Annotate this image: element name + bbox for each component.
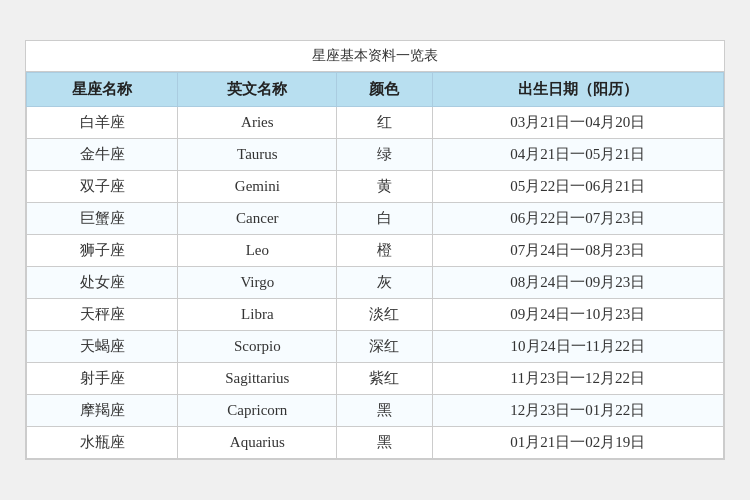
cell-chinese: 金牛座 <box>27 139 178 171</box>
main-container: 星座基本资料一览表 星座名称 英文名称 颜色 出生日期（阳历） 白羊座Aries… <box>25 40 725 460</box>
cell-english: Capricorn <box>178 395 337 427</box>
cell-date: 11月23日一12月22日 <box>432 363 723 395</box>
table-row: 处女座Virgo灰08月24日一09月23日 <box>27 267 724 299</box>
cell-date: 04月21日一05月21日 <box>432 139 723 171</box>
cell-english: Sagittarius <box>178 363 337 395</box>
cell-chinese: 处女座 <box>27 267 178 299</box>
cell-english: Aries <box>178 107 337 139</box>
cell-english: Taurus <box>178 139 337 171</box>
cell-color: 黄 <box>337 171 432 203</box>
cell-chinese: 射手座 <box>27 363 178 395</box>
table-row: 狮子座Leo橙07月24日一08月23日 <box>27 235 724 267</box>
cell-color: 红 <box>337 107 432 139</box>
cell-english: Virgo <box>178 267 337 299</box>
table-row: 巨蟹座Cancer白06月22日一07月23日 <box>27 203 724 235</box>
cell-date: 05月22日一06月21日 <box>432 171 723 203</box>
header-color: 颜色 <box>337 73 432 107</box>
table-row: 水瓶座Aquarius黑01月21日一02月19日 <box>27 427 724 459</box>
cell-date: 01月21日一02月19日 <box>432 427 723 459</box>
cell-chinese: 巨蟹座 <box>27 203 178 235</box>
table-row: 天秤座Libra淡红09月24日一10月23日 <box>27 299 724 331</box>
table-row: 白羊座Aries红03月21日一04月20日 <box>27 107 724 139</box>
cell-date: 03月21日一04月20日 <box>432 107 723 139</box>
cell-color: 橙 <box>337 235 432 267</box>
header-date: 出生日期（阳历） <box>432 73 723 107</box>
cell-english: Scorpio <box>178 331 337 363</box>
cell-english: Cancer <box>178 203 337 235</box>
cell-color: 灰 <box>337 267 432 299</box>
page-title: 星座基本资料一览表 <box>26 41 724 72</box>
table-header-row: 星座名称 英文名称 颜色 出生日期（阳历） <box>27 73 724 107</box>
cell-date: 09月24日一10月23日 <box>432 299 723 331</box>
cell-color: 白 <box>337 203 432 235</box>
cell-date: 07月24日一08月23日 <box>432 235 723 267</box>
cell-color: 深红 <box>337 331 432 363</box>
cell-color: 绿 <box>337 139 432 171</box>
cell-chinese: 狮子座 <box>27 235 178 267</box>
cell-chinese: 白羊座 <box>27 107 178 139</box>
cell-english: Aquarius <box>178 427 337 459</box>
cell-chinese: 双子座 <box>27 171 178 203</box>
table-row: 天蝎座Scorpio深红10月24日一11月22日 <box>27 331 724 363</box>
header-chinese-name: 星座名称 <box>27 73 178 107</box>
cell-chinese: 摩羯座 <box>27 395 178 427</box>
table-row: 双子座Gemini黄05月22日一06月21日 <box>27 171 724 203</box>
cell-english: Gemini <box>178 171 337 203</box>
cell-english: Libra <box>178 299 337 331</box>
cell-date: 12月23日一01月22日 <box>432 395 723 427</box>
cell-chinese: 天秤座 <box>27 299 178 331</box>
cell-color: 淡红 <box>337 299 432 331</box>
cell-color: 黑 <box>337 395 432 427</box>
table-row: 摩羯座Capricorn黑12月23日一01月22日 <box>27 395 724 427</box>
cell-chinese: 水瓶座 <box>27 427 178 459</box>
table-row: 金牛座Taurus绿04月21日一05月21日 <box>27 139 724 171</box>
cell-date: 06月22日一07月23日 <box>432 203 723 235</box>
cell-date: 08月24日一09月23日 <box>432 267 723 299</box>
zodiac-table: 星座名称 英文名称 颜色 出生日期（阳历） 白羊座Aries红03月21日一04… <box>26 72 724 459</box>
cell-color: 黑 <box>337 427 432 459</box>
cell-chinese: 天蝎座 <box>27 331 178 363</box>
cell-date: 10月24日一11月22日 <box>432 331 723 363</box>
table-row: 射手座Sagittarius紫红11月23日一12月22日 <box>27 363 724 395</box>
cell-color: 紫红 <box>337 363 432 395</box>
cell-english: Leo <box>178 235 337 267</box>
header-english-name: 英文名称 <box>178 73 337 107</box>
